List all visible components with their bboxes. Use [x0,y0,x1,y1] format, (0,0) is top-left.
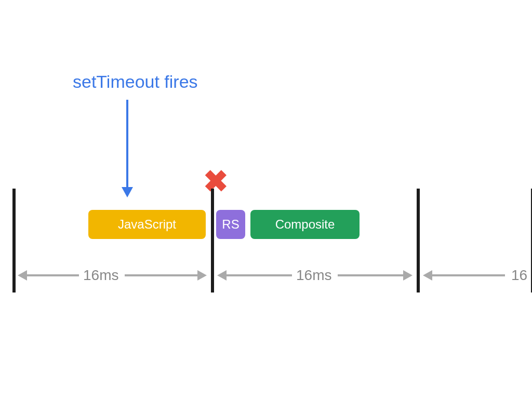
settimeout-arrow-shaft [126,100,128,188]
settimeout-fires-label: setTimeout fires [73,72,198,92]
frame2-duration-label: 16ms [296,267,331,284]
task-composite: Composite [250,210,360,239]
frame1-arrow-right-icon [197,270,207,281]
frame3-arrow-line [432,274,505,276]
frame2-arrow-left-icon [217,270,227,281]
frame2-arrow-right-icon [403,270,413,281]
frame2-arrow-line-right [338,274,403,276]
task-javascript: JavaScript [88,210,206,239]
frame-tick-2 [417,189,420,292]
frame1-arrow-line-left [27,274,79,276]
frame1-arrow-line-right [125,274,197,276]
frame3-duration-label: 16 [511,267,527,284]
frame3-arrow-left-icon [423,270,432,281]
frame1-duration-label: 16ms [83,267,118,284]
task-rs: RS [216,210,245,239]
frame1-arrow-left-icon [18,270,27,281]
settimeout-arrow-head-icon [122,187,133,197]
frame-tick-0 [12,189,16,292]
frame-tick-1 [211,189,214,292]
frame2-arrow-line-left [227,274,292,276]
missed-frame-cross-icon: ✖ [203,166,229,196]
